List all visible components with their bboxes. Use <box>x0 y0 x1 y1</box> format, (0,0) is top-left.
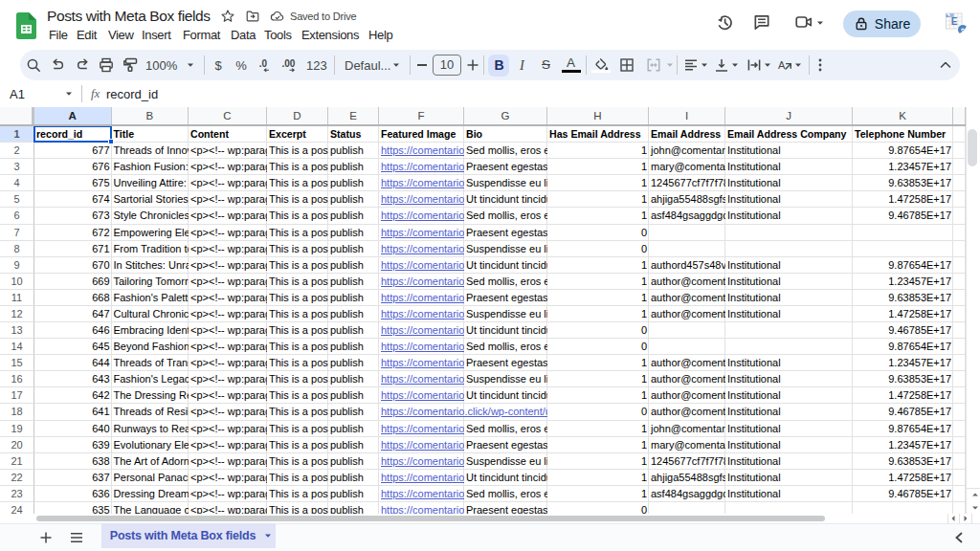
svg-text:.00: .00 <box>281 58 295 69</box>
svg-text:.0: .0 <box>259 58 268 69</box>
svg-text:A: A <box>778 59 786 71</box>
svg-text:$: $ <box>214 58 222 73</box>
svg-text:%: % <box>235 58 247 73</box>
